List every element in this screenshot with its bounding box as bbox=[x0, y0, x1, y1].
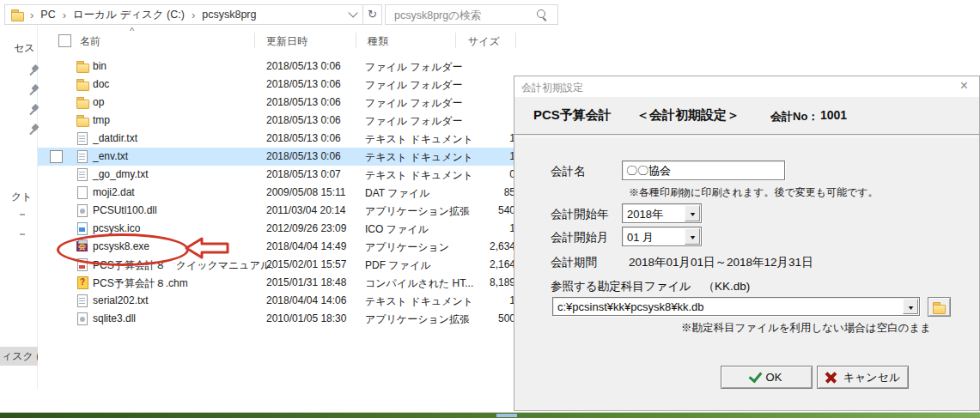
file-size: 540 bbox=[448, 204, 515, 216]
sidebar-item-local-disk[interactable]: ィスク (C:) bbox=[0, 347, 38, 366]
dialog-titlebar[interactable]: 会計初期設定 × bbox=[514, 76, 979, 97]
file-date: 2012/09/26 23:09 bbox=[266, 222, 346, 234]
text-icon bbox=[76, 294, 89, 307]
column-header-type[interactable]: 種類 bbox=[368, 34, 388, 49]
file-date: 2010/01/05 18:30 bbox=[266, 312, 346, 324]
file-row[interactable]: PCSUtl100.dll2011/03/04 20:14アプリケーション拡張5… bbox=[38, 202, 517, 220]
desktop-screen: セス クト ィスク (C:) ›PC›ローカル ディスク (C:)›pcsysk… bbox=[0, 0, 980, 418]
file-type: ファイル フォルダー bbox=[365, 96, 463, 111]
dll-icon bbox=[76, 312, 89, 325]
taskbar-edge bbox=[0, 412, 980, 418]
file-type: アプリケーション bbox=[365, 240, 449, 255]
refresh-button[interactable]: ↻ bbox=[363, 4, 382, 25]
dropdown-button[interactable]: ▼ bbox=[685, 205, 700, 221]
file-name: _go_dmy.txt bbox=[93, 168, 148, 180]
file-date: 2015/01/31 18:48 bbox=[266, 276, 346, 288]
file-date: 2018/05/13 0:06 bbox=[266, 78, 341, 90]
file-size: 500 bbox=[448, 312, 515, 324]
file-row[interactable]: _go_dmy.txt2018/05/13 0:07テキスト ドキュメント0 bbox=[38, 166, 517, 184]
search-input[interactable] bbox=[393, 7, 533, 24]
file-type: DAT ファイル bbox=[365, 186, 429, 201]
file-size: 1 bbox=[448, 150, 515, 162]
close-icon[interactable]: × bbox=[960, 78, 968, 94]
search-icon[interactable] bbox=[537, 9, 545, 18]
file-row[interactable]: tmp2018/05/13 0:06ファイル フォルダー bbox=[38, 112, 517, 130]
start-month-select[interactable]: 01 月 ▼ bbox=[622, 227, 702, 246]
account-file-note: ※勘定科目ファイルを利用しない場合は空白のまま bbox=[681, 321, 931, 336]
chevron-down-icon[interactable] bbox=[348, 8, 357, 17]
file-date: 2009/05/08 15:11 bbox=[266, 186, 346, 198]
column-header-name[interactable]: 名前 bbox=[80, 34, 100, 49]
file-row[interactable]: sqlite3.dll2010/01/05 18:30アプリケーション拡張500 bbox=[38, 310, 517, 328]
ok-button-label: OK bbox=[766, 371, 782, 384]
row-checkbox[interactable] bbox=[50, 150, 63, 163]
annotation-arrow-icon bbox=[185, 237, 231, 259]
file-type: ファイル フォルダー bbox=[365, 60, 463, 75]
file-row[interactable]: bin2018/05/13 0:06ファイル フォルダー bbox=[38, 58, 517, 76]
column-separator[interactable] bbox=[515, 33, 516, 48]
folder-icon bbox=[932, 300, 947, 314]
sort-ascending-icon: ^ bbox=[130, 26, 134, 36]
period-value: 2018年01月01日～2018年12月31日 bbox=[629, 255, 813, 270]
sidebar-item-project[interactable]: クト bbox=[11, 190, 33, 204]
sidebar-item-quick-access[interactable]: セス bbox=[14, 41, 35, 56]
file-date: 2018/05/13 0:06 bbox=[266, 150, 341, 162]
column-separator[interactable] bbox=[356, 33, 356, 48]
file-date: 2018/05/13 0:06 bbox=[266, 60, 341, 72]
column-header-date[interactable]: 更新日時 bbox=[266, 34, 307, 49]
breadcrumb-segment[interactable]: ローカル ディスク (C:) bbox=[73, 8, 185, 22]
folder-icon bbox=[76, 113, 89, 127]
file-row[interactable]: moji2.dat2009/05/08 15:11DAT ファイル85 bbox=[38, 184, 517, 202]
column-header-size[interactable]: サイズ bbox=[468, 34, 500, 49]
file-row[interactable]: op2018/05/13 0:06ファイル フォルダー bbox=[38, 94, 517, 112]
folder-icon bbox=[76, 95, 89, 109]
start-month-label: 会計開始月 bbox=[551, 230, 609, 245]
breadcrumb[interactable]: ›PC›ローカル ディスク (C:)›pcsysk8prg bbox=[4, 4, 363, 25]
text-icon bbox=[76, 149, 89, 163]
ico-icon bbox=[76, 221, 89, 235]
file-row[interactable]: PCS予算会計８.chm2015/01/31 18:48コンパイルされた HT.… bbox=[38, 274, 517, 292]
start-year-select[interactable]: 2018年 ▼ bbox=[622, 203, 702, 223]
file-row[interactable]: _env.txt2018/05/13 0:06テキスト ドキュメント1 bbox=[38, 148, 517, 166]
cancel-button[interactable]: キャンセル bbox=[817, 366, 909, 389]
file-date: 2011/03/04 20:14 bbox=[266, 204, 346, 216]
file-date: 2018/04/04 14:06 bbox=[266, 294, 346, 306]
column-headers: 名前 ^ 更新日時 種類 サイズ bbox=[38, 31, 553, 50]
file-date: 2018/05/13 0:06 bbox=[266, 132, 341, 144]
file-name: pcsysk.ico bbox=[93, 222, 140, 234]
account-name-input[interactable] bbox=[622, 161, 785, 180]
account-file-value: c:¥pcsinst¥kk¥pcsysk8¥kk.db bbox=[557, 300, 704, 313]
file-row[interactable]: _datdir.txt2018/05/13 0:06テキスト ドキュメント1 bbox=[38, 130, 517, 148]
chevron-down-icon: ▼ bbox=[688, 229, 696, 245]
file-size: 85 bbox=[448, 186, 515, 198]
text-icon bbox=[76, 131, 89, 145]
breadcrumb-segment[interactable]: PC bbox=[40, 9, 55, 21]
file-size: 0 bbox=[448, 168, 515, 180]
file-type: ファイル フォルダー bbox=[365, 114, 463, 129]
dropdown-button[interactable]: ▼ bbox=[685, 228, 700, 245]
file-row[interactable]: serial202.txt2018/04/04 14:06テキスト ドキュメント… bbox=[38, 292, 517, 310]
file-type: ファイル フォルダー bbox=[365, 78, 463, 93]
file-name: sqlite3.dll bbox=[93, 312, 136, 324]
dropdown-button[interactable]: ▼ bbox=[903, 299, 918, 314]
file-date: 2015/02/01 15:57 bbox=[266, 258, 346, 270]
file-name: bin bbox=[93, 60, 107, 72]
account-name-note: ※各種印刷物に印刷されます。後で変更も可能です。 bbox=[629, 185, 879, 200]
column-separator[interactable] bbox=[455, 33, 456, 48]
chevron-right-icon: › bbox=[63, 9, 66, 21]
breadcrumb-segment[interactable]: pcsysk8prg bbox=[202, 9, 256, 21]
ok-button[interactable]: OK bbox=[721, 366, 813, 389]
browse-folder-button[interactable] bbox=[928, 297, 951, 317]
file-name: op bbox=[93, 96, 104, 108]
file-row[interactable]: doc2018/05/13 0:06ファイル フォルダー bbox=[38, 76, 517, 94]
file-size: 1 bbox=[448, 294, 515, 306]
file-name: _env.txt bbox=[93, 150, 128, 162]
select-all-checkbox[interactable] bbox=[58, 34, 71, 47]
column-separator[interactable] bbox=[254, 33, 255, 48]
account-name-label: 会計名 bbox=[551, 164, 586, 179]
account-file-combobox[interactable]: c:¥pcsinst¥kk¥pcsysk8¥kk.db ▼ bbox=[552, 297, 920, 316]
file-size: 1 bbox=[448, 222, 515, 234]
check-icon bbox=[748, 368, 762, 383]
chevron-right-icon: › bbox=[30, 9, 33, 21]
file-name: tmp bbox=[93, 114, 110, 126]
